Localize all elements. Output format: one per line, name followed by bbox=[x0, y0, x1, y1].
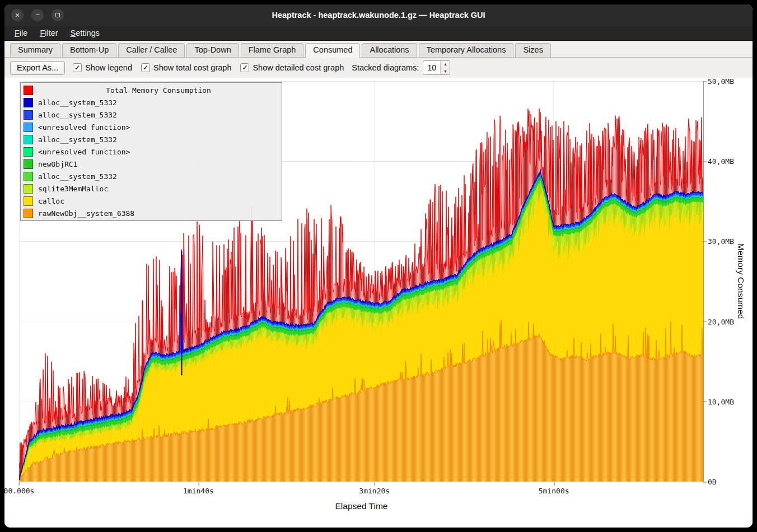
tab-bottom-up[interactable]: Bottom-Up bbox=[62, 43, 116, 57]
legend-entry-label: rawNewObj__system_6388 bbox=[38, 209, 134, 218]
x-tick-label: 1min40s bbox=[183, 487, 214, 495]
y-tick-label: 40,0MB bbox=[708, 157, 734, 166]
minimize-button[interactable]: − bbox=[31, 9, 44, 21]
legend-swatch bbox=[24, 135, 33, 144]
legend-swatch bbox=[24, 184, 33, 194]
legend-entry: calloc bbox=[24, 195, 279, 207]
toolbar-checkboxes: ✓Show legend✓Show total cost graph✓Show … bbox=[73, 63, 344, 72]
legend-entry-label: alloc__system_5332 bbox=[38, 98, 117, 107]
export-as-button[interactable]: Export As... bbox=[10, 61, 65, 75]
legend-swatch bbox=[24, 123, 33, 132]
legend-entry: rawNewObj__system_6388 bbox=[24, 207, 279, 219]
maximize-icon bbox=[55, 13, 60, 17]
x-tick-label: 3min20s bbox=[359, 487, 390, 495]
y-tick-label: 50,0MB bbox=[708, 77, 734, 86]
chart-legend: Total Memory Consumptionalloc__system_53… bbox=[20, 82, 282, 221]
x-tick-label: 00.000s bbox=[4, 487, 34, 495]
checkbox-label: Show legend bbox=[85, 63, 132, 72]
legend-entry: alloc__system_5332 bbox=[24, 96, 279, 109]
y-tick-label: 10,0MB bbox=[708, 397, 734, 406]
legend-entry-label: alloc__system_5332 bbox=[38, 111, 117, 119]
checkmark-icon[interactable]: ✓ bbox=[141, 63, 150, 72]
maximize-button[interactable] bbox=[52, 9, 64, 21]
tab-bar: SummaryBottom-UpCaller / CalleeTop-DownF… bbox=[4, 41, 753, 58]
tab-consumed[interactable]: Consumed bbox=[305, 43, 360, 58]
legend-entry-label: alloc__system_5332 bbox=[38, 172, 117, 181]
tab-top-down[interactable]: Top-Down bbox=[186, 43, 239, 57]
application-window: × − Heaptrack - heaptrack.wakunode.1.gz … bbox=[4, 4, 753, 528]
menu-filter[interactable]: Filter bbox=[34, 27, 63, 39]
tab-caller-callee[interactable]: Caller / Callee bbox=[118, 43, 185, 57]
legend-entry: alloc__system_5332 bbox=[24, 170, 279, 182]
toolbar: Export As... ✓Show legend✓Show total cos… bbox=[4, 58, 753, 78]
legend-entry-label: calloc bbox=[38, 197, 64, 205]
menu-settings[interactable]: Settings bbox=[65, 27, 105, 39]
close-button[interactable]: × bbox=[11, 9, 24, 21]
legend-swatch bbox=[24, 159, 33, 169]
legend-entry: <unresolved function> bbox=[24, 121, 279, 133]
tab-summary[interactable]: Summary bbox=[10, 43, 60, 57]
legend-swatch bbox=[24, 86, 33, 95]
checkmark-icon[interactable]: ✓ bbox=[73, 63, 82, 72]
checkmark-icon[interactable]: ✓ bbox=[240, 63, 249, 72]
menu-file[interactable]: File bbox=[9, 27, 33, 39]
legend-swatch bbox=[24, 172, 33, 181]
legend-title-row: Total Memory Consumption bbox=[24, 84, 279, 96]
spin-up-button[interactable]: ▲ bbox=[441, 61, 450, 68]
y-tick-label: 20,0MB bbox=[708, 317, 734, 326]
close-icon: × bbox=[15, 11, 20, 19]
spinner-buttons: ▲ ▼ bbox=[440, 61, 450, 74]
legend-entry-label: <unresolved function> bbox=[38, 123, 130, 131]
legend-entry-label: <unresolved function> bbox=[38, 148, 130, 156]
legend-entry-label: newObjRC1 bbox=[38, 160, 77, 168]
title-bar: × − Heaptrack - heaptrack.wakunode.1.gz … bbox=[4, 4, 753, 26]
spin-down-button[interactable]: ▼ bbox=[441, 68, 450, 75]
legend-swatch bbox=[24, 98, 33, 107]
stacked-diagrams-label: Stacked diagrams: bbox=[352, 63, 419, 72]
checkbox-show-legend[interactable]: ✓Show legend bbox=[73, 63, 132, 72]
minimize-icon: − bbox=[35, 11, 40, 18]
legend-swatch bbox=[24, 147, 33, 157]
memory-consumption-chart: Total Memory Consumptionalloc__system_53… bbox=[4, 78, 753, 528]
legend-swatch bbox=[24, 196, 33, 206]
legend-entry: alloc__system_5332 bbox=[24, 133, 279, 145]
legend-entry-label: sqlite3MemMalloc bbox=[38, 185, 108, 193]
legend-entry: newObjRC1 bbox=[24, 158, 279, 170]
menu-bar: File Filter Settings bbox=[4, 26, 753, 41]
legend-entry: <unresolved function> bbox=[24, 145, 279, 158]
checkbox-label: Show detailed cost graph bbox=[253, 63, 344, 72]
legend-swatch bbox=[24, 209, 33, 218]
y-axis-title: Memory Consumed bbox=[736, 81, 746, 482]
window-controls: × − bbox=[11, 9, 64, 21]
tab-allocations[interactable]: Allocations bbox=[362, 43, 417, 57]
stacked-diagrams-group: Stacked diagrams: 10 ▲ ▼ bbox=[352, 60, 450, 75]
legend-title: Total Memory Consumption bbox=[38, 86, 279, 95]
tab-sizes[interactable]: Sizes bbox=[515, 43, 550, 57]
checkbox-show-detailed-cost-graph[interactable]: ✓Show detailed cost graph bbox=[240, 63, 344, 72]
x-tick-label: 5min00s bbox=[539, 487, 569, 495]
checkbox-show-total-cost-graph[interactable]: ✓Show total cost graph bbox=[141, 63, 231, 72]
legend-entry: alloc__system_5332 bbox=[24, 109, 279, 121]
legend-entry-label: alloc__system_5332 bbox=[38, 135, 117, 144]
tab-temporary-allocations[interactable]: Temporary Allocations bbox=[419, 43, 514, 57]
x-axis-title: Elapsed Time bbox=[19, 501, 704, 511]
checkbox-label: Show total cost graph bbox=[153, 63, 231, 72]
legend-swatch bbox=[24, 110, 33, 120]
window-title: Heaptrack - heaptrack.wakunode.1.gz — He… bbox=[4, 11, 753, 20]
y-tick-label: 0B bbox=[708, 478, 717, 486]
stacked-diagrams-value[interactable]: 10 bbox=[423, 61, 440, 74]
tab-flame-graph[interactable]: Flame Graph bbox=[241, 43, 304, 57]
y-tick-label: 30,0MB bbox=[708, 237, 734, 246]
legend-entry: sqlite3MemMalloc bbox=[24, 182, 279, 195]
stacked-diagrams-spinner[interactable]: 10 ▲ ▼ bbox=[423, 60, 450, 75]
